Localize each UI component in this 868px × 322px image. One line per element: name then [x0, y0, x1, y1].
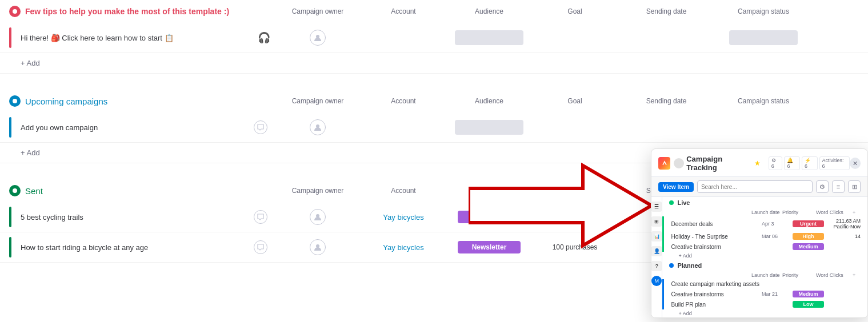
planned-row-0-badge — [793, 284, 824, 285]
live-row-1-date: Mar 06 — [762, 234, 790, 239]
planned-row-2-name: Build PR plan — [671, 301, 759, 308]
sent-title-area: Sent — [9, 185, 272, 196]
live-row-1-name: Holiday - The Surprise — [671, 234, 759, 240]
tth-planned-name — [669, 272, 749, 278]
upcoming-col-account: Account — [363, 97, 443, 105]
live-row-0-badge: Urgent — [793, 220, 824, 227]
sent-row-0-audience: Newsletter — [443, 211, 535, 223]
tth-planned-plus: + — [853, 272, 861, 278]
tooltip-avatar — [674, 158, 684, 168]
tips-row[interactable]: Hi there! 🎒 Click here to learn how to s… — [0, 23, 868, 53]
sidebar-icon-5[interactable]: ? — [651, 261, 662, 271]
comment-icon-sent-0[interactable] — [254, 210, 267, 224]
tth-planned-clicks: Word Clicks — [816, 272, 850, 278]
tooltip-filter-btn[interactable]: ⚙ — [816, 180, 829, 193]
upcoming-audience-pill-0 — [455, 120, 523, 135]
sidebar-icon-3[interactable]: 📊 — [651, 231, 662, 242]
tips-section-header: Few tips to help you make the most of th… — [0, 0, 868, 23]
tooltip-planned-row-1[interactable]: Creative brainstorms Mar 21 Medium — [662, 289, 867, 299]
tips-row-border — [9, 27, 11, 48]
planned-row-2-badge: Low — [793, 301, 824, 308]
tips-row-text: Hi there! 🎒 Click here to learn how to s… — [21, 34, 251, 42]
tooltip-sidebar: ☰ ⊞ 📊 👤 ? M — [651, 197, 662, 317]
tips-title-area: Few tips to help you make the most of th… — [9, 6, 272, 17]
tooltip-logo — [658, 157, 670, 170]
tooltip-planned-table-header: Launch date Priority Word Clicks + — [662, 271, 867, 279]
sent-icon — [9, 185, 21, 196]
sidebar-icon-2[interactable]: ⊞ — [651, 216, 662, 227]
sent-row-0-account: Yay bicycles — [363, 213, 443, 222]
live-row-1-badge: High — [793, 233, 824, 240]
tooltip-live-row-0[interactable]: December deals Apr 3 Urgent 211.63 AM Pa… — [662, 216, 867, 231]
planned-dot — [669, 263, 674, 268]
sent-person-icon-1 — [310, 239, 326, 255]
planned-row-1-name: Creative brainstorms — [671, 291, 759, 297]
page-wrapper: Few tips to help you make the most of th… — [0, 0, 868, 322]
live-row-0-clicks: 211.63 AM Pacific-Now — [826, 218, 861, 230]
planned-label-text: Planned — [677, 262, 702, 269]
tooltip-star: ★ — [754, 159, 761, 167]
upcoming-row-0[interactable]: Add you own campaign — [0, 112, 868, 143]
sent-row-0-goal: Creating value through the new... — [535, 213, 615, 221]
tooltip-toolbar: View Item ⚙ ≡ ⊞ — [651, 177, 867, 197]
sidebar-icon-4[interactable]: 👤 — [651, 246, 662, 256]
live-row-1-clicks: 14 — [826, 234, 861, 239]
tth-live-priority: Priority — [782, 210, 814, 215]
tooltip-planned-label: Planned — [662, 260, 867, 271]
comment-icon-sent-1[interactable] — [254, 240, 267, 254]
tips-col-account: Account — [363, 7, 443, 15]
tooltip-group-btn[interactable]: ⊞ — [848, 180, 861, 193]
tooltip-live-add[interactable]: + Add — [662, 252, 867, 260]
sidebar-icon-1[interactable]: ☰ — [651, 202, 662, 212]
tooltip-live-label: Live — [662, 197, 867, 208]
tooltip-title-row: Campaign Tracking ★ ⚙ 6 🔔 6 ⚡ 6 Activiti… — [658, 155, 850, 172]
sent-person-icon-0 — [310, 209, 326, 225]
tooltip-icon-badge-3: ⚡ 6 — [802, 156, 818, 170]
svg-point-0 — [13, 9, 17, 14]
upcoming-section-header: Upcoming campaigns Campaign owner Accoun… — [0, 90, 868, 112]
upcoming-row-0-border — [9, 117, 11, 138]
tooltip-search-input[interactable] — [697, 180, 813, 193]
upcoming-add-label[interactable]: + Add — [21, 148, 40, 157]
tips-title: Few tips to help you make the most of th… — [25, 7, 229, 16]
live-row-2-name: Creative brainstorm — [671, 244, 759, 250]
sent-row-1-newsletter-badge[interactable]: Newsletter — [458, 241, 521, 253]
tips-owner-cell — [272, 30, 363, 46]
sent-row-1-name-area: How to start riding a bicycle at any age — [9, 237, 272, 257]
spacer-1 — [0, 74, 868, 90]
upcoming-title: Upcoming campaigns — [25, 96, 107, 106]
tips-add-label[interactable]: + Add — [21, 59, 40, 67]
tth-planned-date: Launch date — [751, 272, 780, 278]
sidebar-icon-6[interactable]: M — [651, 276, 662, 286]
planned-row-0-name: Create campaign marketing assets — [671, 281, 759, 287]
sent-row-0-account-text[interactable]: Yay bicycles — [383, 213, 423, 222]
sent-row-1-account: Yay bicycles — [363, 243, 443, 252]
sent-title: Sent — [25, 186, 43, 196]
tooltip-planned-row-2[interactable]: Build PR plan Low — [662, 299, 867, 309]
tooltip-close-button[interactable]: ✕ — [850, 158, 861, 169]
sent-col-audience: Audience — [443, 187, 535, 195]
tooltip-main-content: Live Launch date Priority Word Clicks + … — [662, 197, 867, 317]
tips-col-goal: Goal — [535, 7, 615, 15]
headset-icon: 🎧 — [256, 30, 272, 46]
tooltip-planned-add[interactable]: + Add — [662, 309, 867, 317]
tips-col-audience: Audience — [443, 7, 535, 15]
sent-row-0-newsletter-badge[interactable]: Newsletter — [458, 211, 521, 223]
tooltip-planned-row-0[interactable]: Create campaign marketing assets — [662, 279, 867, 289]
tooltip-live-row-1[interactable]: Holiday - The Surprise Mar 06 High 14 — [662, 231, 867, 242]
tooltip-live-row-2[interactable]: Creative brainstorm Medium — [662, 242, 867, 252]
live-label-text: Live — [677, 199, 690, 206]
tips-section: Few tips to help you make the most of th… — [0, 0, 868, 74]
planned-row-1-badge: Medium — [793, 291, 824, 297]
sent-row-1-account-text[interactable]: Yay bicycles — [383, 243, 423, 252]
sent-row-0-name-area: 5 best cycling trails — [9, 207, 272, 227]
upcoming-title-area: Upcoming campaigns — [9, 95, 272, 107]
tooltip-sort-btn[interactable]: ≡ — [832, 180, 845, 193]
upcoming-row-0-name-area: Add you own campaign — [9, 117, 272, 138]
tooltip-body: ☰ ⊞ 📊 👤 ? M Live Launch date Priority — [651, 197, 867, 317]
sent-row-1-goal-text: 100 purchases — [553, 243, 598, 251]
tooltip-view-item-btn[interactable]: View Item — [658, 182, 694, 192]
comment-icon-0[interactable] — [254, 120, 267, 134]
tips-add-row[interactable]: + Add — [0, 53, 868, 74]
tips-status-pill — [729, 30, 798, 45]
